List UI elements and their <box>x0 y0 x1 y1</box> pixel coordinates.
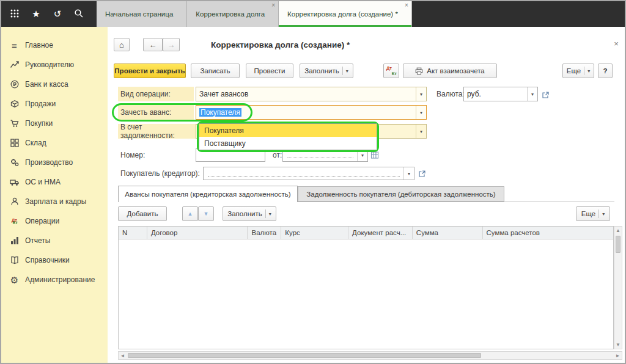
scroll-left-icon[interactable]: ◄ <box>119 352 127 359</box>
add-row-button[interactable]: Добавить <box>118 206 167 221</box>
window-tabs: Начальная страница Корректировка долга ×… <box>97 1 412 27</box>
gear-icon: ⚙ <box>9 275 20 285</box>
sidebar-item-payroll-hr[interactable]: Зарплата и кадры <box>1 192 108 211</box>
home-button[interactable]: ⌂ <box>114 38 130 51</box>
sidebar-item-label: Банк и касса <box>25 80 68 89</box>
dropdown-option-buyer[interactable]: Покупателя <box>199 124 377 137</box>
column-header-settlement-amount[interactable]: Сумма расчетов <box>483 227 613 239</box>
grid-more-button[interactable]: Еще ▾ <box>576 206 610 221</box>
truck-icon <box>9 177 20 187</box>
operation-type-label: Вид операции: <box>118 87 194 101</box>
sidebar-item-production[interactable]: Производство <box>1 153 108 172</box>
bar-chart-icon <box>9 236 20 246</box>
tab-label: Авансы покупателя (кредиторская задолжен… <box>125 191 290 198</box>
divider <box>584 67 584 75</box>
forward-button[interactable]: → <box>163 38 180 51</box>
tab-buyer-debt[interactable]: Задолженность покупателя (дебиторская за… <box>298 186 504 202</box>
help-button[interactable]: ? <box>598 64 613 78</box>
open-icon[interactable] <box>418 169 426 180</box>
tab-debt-correction-new[interactable]: Корректировка долга (создание) * × <box>279 1 412 27</box>
more-button[interactable]: Еще ▾ <box>562 64 594 78</box>
close-icon[interactable]: × <box>271 2 275 9</box>
open-icon[interactable] <box>542 90 550 101</box>
trend-chart-icon <box>9 60 20 70</box>
cart-icon <box>9 118 20 129</box>
advance-offset-label: Зачесть аванс: <box>118 105 194 120</box>
post-and-close-button[interactable]: Провести и закрыть <box>114 64 186 78</box>
horizontal-scroll-thumb[interactable] <box>128 353 481 358</box>
form-close-icon[interactable]: × <box>611 39 621 49</box>
sidebar-item-operations[interactable]: ДтКт Операции <box>1 211 108 231</box>
main-menu-icon[interactable] <box>9 9 20 20</box>
sidebar-item-label: Производство <box>25 158 73 167</box>
chevron-down-icon: ▾ <box>602 211 605 217</box>
write-button[interactable]: Записать <box>191 64 240 78</box>
page-title: Корректировка долга (создание) * <box>211 40 350 49</box>
tab-home-page[interactable]: Начальная страница <box>97 1 187 27</box>
move-down-button[interactable]: ▼ <box>198 206 214 221</box>
sidebar-item-label: Склад <box>25 139 46 147</box>
button-label: Акт взаимозачета <box>427 67 485 75</box>
sidebar-item-label: Покупки <box>25 119 53 128</box>
tab-label: Начальная страница <box>105 10 173 18</box>
vertical-scroll-thumb[interactable] <box>616 236 620 253</box>
tab-label: Корректировка долга (создание) * <box>287 10 398 18</box>
chevron-down-icon[interactable]: ▾ <box>416 125 426 138</box>
operation-type-field[interactable]: Зачет авансов ▾ <box>196 87 427 101</box>
debit-credit-icon: ДтКт <box>9 216 20 227</box>
offset-act-button[interactable]: Акт взаимозачета <box>403 64 497 78</box>
column-header-settlement-doc[interactable]: Документ расч... <box>348 227 413 239</box>
scroll-right-icon[interactable]: ► <box>614 352 622 359</box>
dropdown-option-supplier[interactable]: Поставщику <box>199 137 377 150</box>
post-button[interactable]: Провести <box>246 64 293 78</box>
advance-offset-field[interactable]: Покупателя ▾ <box>196 105 427 120</box>
app-window: ★ ↺ Начальная страница Корректировка дол… <box>0 0 626 364</box>
tab-buyer-advances[interactable]: Авансы покупателя (кредиторская задолжен… <box>118 186 298 202</box>
chevron-down-icon[interactable]: ▾ <box>416 106 426 119</box>
calendar-icon[interactable] <box>370 151 379 162</box>
chevron-down-icon[interactable]: ▾ <box>527 87 537 101</box>
sidebar-item-label: Операции <box>25 217 59 225</box>
horizontal-scrollbar[interactable]: ◄ ► <box>118 351 622 360</box>
sidebar-item-reports[interactable]: Отчеты <box>1 231 108 250</box>
back-button[interactable]: ← <box>143 38 163 51</box>
customer-creditor-field[interactable]: ▾ <box>203 167 414 180</box>
sidebar-item-warehouse[interactable]: Склад <box>1 133 108 153</box>
debit-credit-button[interactable]: ДтКт <box>383 64 399 78</box>
column-header-n[interactable]: N <box>119 227 147 239</box>
column-header-amount[interactable]: Сумма <box>413 227 483 239</box>
sidebar-item-administration[interactable]: ⚙ Администрирование <box>1 270 108 289</box>
move-up-button[interactable]: ▲ <box>182 206 198 221</box>
close-icon[interactable]: × <box>405 2 408 9</box>
sidebar-item-label: Главное <box>25 41 53 49</box>
search-icon[interactable] <box>73 9 84 20</box>
sidebar-item-purchases[interactable]: Покупки <box>1 114 108 133</box>
sidebar-item-label: Зарплата и кадры <box>25 197 86 206</box>
table-body-empty[interactable] <box>118 239 614 349</box>
fill-button[interactable]: Заполнить ▾ <box>300 64 353 78</box>
sidebar-item-sales[interactable]: Продажи <box>1 94 108 114</box>
vertical-scrollbar[interactable]: ▲ ▼ <box>614 226 622 349</box>
sidebar-item-fixed-assets[interactable]: ОС и НМА <box>1 172 108 192</box>
sidebar-item-directories[interactable]: Справочники <box>1 250 108 270</box>
sidebar-item-manager[interactable]: Руководителю <box>1 55 108 75</box>
chevron-down-icon[interactable]: ▾ <box>403 167 414 180</box>
column-header-contract[interactable]: Договор <box>147 227 248 239</box>
column-header-currency[interactable]: Валюта <box>248 227 281 239</box>
scroll-up-icon[interactable]: ▲ <box>614 227 622 235</box>
chevron-down-icon[interactable]: ▾ <box>416 87 426 101</box>
sidebar-item-bank-cash[interactable]: Банк и касса <box>1 75 108 94</box>
scroll-down-icon[interactable]: ▼ <box>614 341 622 349</box>
button-label: ? <box>603 67 607 75</box>
grid-fill-button[interactable]: Заполнить ▾ <box>223 206 276 221</box>
tab-debt-correction[interactable]: Корректировка долга × <box>187 1 279 27</box>
chevron-down-icon: ▾ <box>346 68 348 74</box>
chevron-down-icon: ▾ <box>269 211 271 217</box>
history-icon[interactable]: ↺ <box>52 9 63 20</box>
sidebar-item-main[interactable]: ≡ Главное <box>1 35 108 55</box>
currency-field[interactable]: руб. ▾ <box>463 87 538 101</box>
sidebar-item-label: Отчеты <box>25 236 50 245</box>
column-header-rate[interactable]: Курс <box>281 227 348 239</box>
against-debt-label: В счет задолженности: <box>118 124 197 139</box>
favorites-icon[interactable]: ★ <box>31 9 42 20</box>
